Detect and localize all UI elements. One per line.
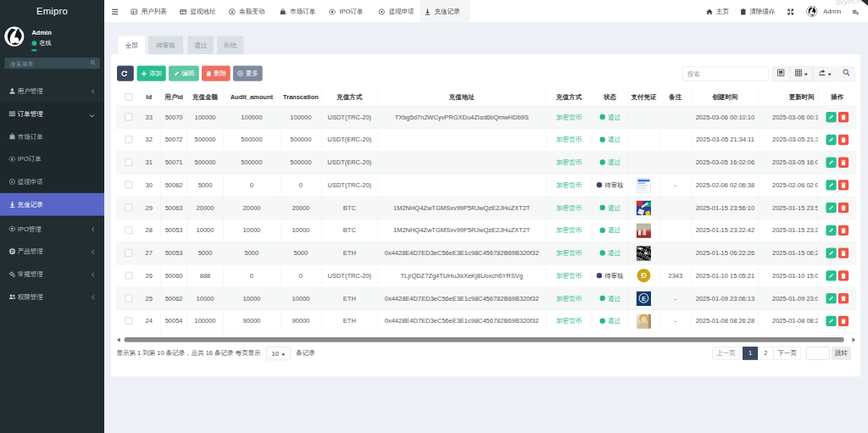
svg-text:P: P: [11, 249, 14, 254]
